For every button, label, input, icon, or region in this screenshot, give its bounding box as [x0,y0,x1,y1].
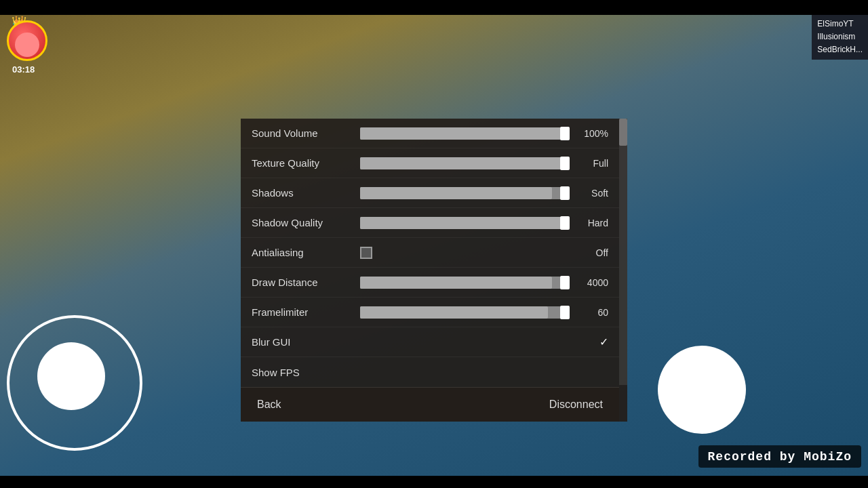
setting-label-0: Sound Volume [252,127,360,139]
setting-control-1[interactable]: Full [360,157,608,169]
settings-row: ShadowsSoft [241,178,619,208]
slider-fill [360,306,548,319]
setting-value: 4000 [574,277,608,288]
setting-label-7: Blur GUI [252,336,360,348]
settings-row: Sound Volume100% [241,119,619,148]
settings-row: Draw Distance4000 [241,268,619,298]
avatar-face [15,33,39,57]
slider-thumb[interactable] [560,276,570,289]
slider-thumb[interactable] [560,306,570,319]
joystick-thumb[interactable] [37,342,105,410]
setting-value: Soft [574,188,608,199]
setting-control-0[interactable]: 100% [360,127,608,140]
setting-label-5: Draw Distance [252,277,360,288]
avatar [7,20,47,61]
setting-label-3: Shadow Quality [252,217,360,228]
setting-label-8: Show FPS [252,367,360,378]
setting-value: Off [574,247,608,258]
slider-fill [360,187,552,199]
setting-control-7: ✓ [360,336,608,348]
player-1: ElSimoYT [817,18,863,30]
slider-track[interactable] [360,157,569,169]
settings-row: Shadow QualityHard [241,208,619,238]
setting-control-3[interactable]: Hard [360,217,608,229]
setting-value: 100% [574,128,608,139]
setting-label-2: Shadows [252,187,360,199]
setting-label-6: Framelimiter [252,306,360,318]
slider-track[interactable] [360,127,569,140]
toggle-checkmark[interactable]: ✓ [574,336,608,348]
recorded-label: Recorded by MobiZo [698,445,861,468]
settings-buttons: Back Disconnect [241,387,619,422]
settings-row: Blur GUI✓ [241,327,619,357]
setting-value: Full [574,158,608,169]
top-bar [0,0,868,15]
setting-control-6[interactable]: 60 [360,306,608,319]
setting-label-4: Antialiasing [252,247,360,258]
player-3: SedBrickH... [817,43,863,56]
settings-row: Show FPS [241,357,619,387]
slider-thumb[interactable] [560,216,570,230]
panel-inner: Sound Volume100%Texture QualityFullShado… [241,119,627,422]
slider-thumb[interactable] [560,186,570,200]
setting-label-1: Texture Quality [252,157,360,169]
settings-row: Framelimiter60 [241,298,619,327]
setting-control-4: Off [360,247,608,259]
scrollbar-thumb[interactable] [619,119,627,146]
slider-fill [360,277,552,289]
scoreboard: ElSimoYT Illusionism SedBrickH... [812,15,868,60]
slider-track[interactable] [360,187,569,199]
panel-scrollbar[interactable] [619,119,627,385]
settings-row: AntialiasingOff [241,238,619,268]
slider-fill [360,157,565,169]
settings-row: Texture QualityFull [241,148,619,178]
slider-fill [360,127,565,140]
slider-thumb[interactable] [560,127,570,140]
setting-control-5[interactable]: 4000 [360,277,608,289]
slider-track[interactable] [360,277,569,289]
setting-value: 60 [574,307,608,318]
back-button[interactable]: Back [252,396,287,413]
slider-track[interactable] [360,306,569,319]
setting-value: Hard [574,218,608,228]
slider-track[interactable] [360,217,569,229]
slider-thumb[interactable] [560,157,570,170]
disconnect-button[interactable]: Disconnect [544,396,608,413]
timer: 03:18 [12,64,35,75]
recorded-name: MobiZo [804,450,852,464]
player-2: Illusionism [817,30,863,43]
settings-panel: Sound Volume100%Texture QualityFullShado… [241,119,627,422]
setting-control-2[interactable]: Soft [360,187,608,199]
settings-rows: Sound Volume100%Texture QualityFullShado… [241,119,619,387]
recorded-prefix: Recorded by [708,450,804,464]
slider-fill [360,217,565,229]
settings-content: Sound Volume100%Texture QualityFullShado… [241,119,619,422]
checkbox[interactable] [360,247,372,259]
bottom-bar [0,476,868,488]
action-button[interactable] [658,346,746,434]
